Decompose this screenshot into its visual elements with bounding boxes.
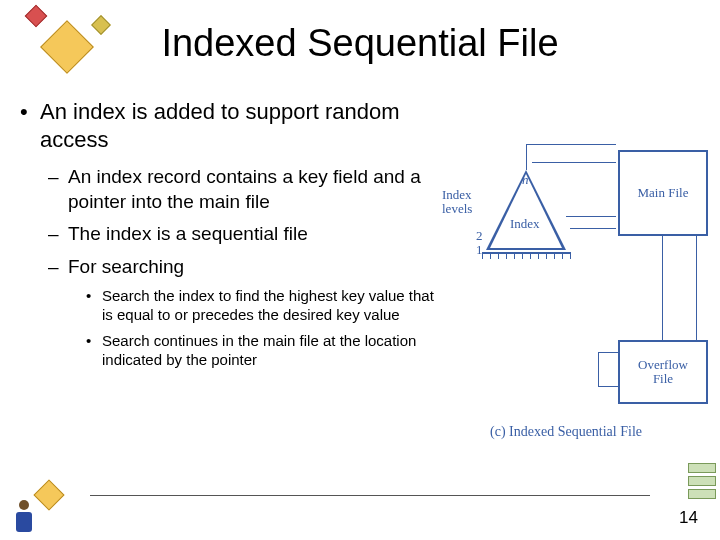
conn-top1 [532, 162, 616, 163]
bullet-l3a: Search the index to find the highest key… [68, 286, 438, 325]
bullet-content: An index is added to support random acce… [18, 98, 438, 380]
conn-top2 [526, 144, 616, 145]
bullet-l3b: Search continues in the main file at the… [68, 331, 438, 370]
slide-title: Indexed Sequential File [0, 22, 720, 65]
conn-ov-h2 [598, 352, 618, 353]
bullet-l1-text: An index is added to support random acce… [40, 99, 400, 152]
edge-blocks-icon [688, 463, 716, 502]
diagram-caption: (c) Indexed Sequential File [490, 424, 710, 440]
footer-art [8, 482, 86, 534]
index-n: n [522, 172, 529, 188]
overflow-file-box: Overflow File [618, 340, 708, 404]
conn-mo-v2 [696, 236, 697, 340]
conn-mid2 [566, 216, 616, 217]
conn-top2v [526, 144, 527, 170]
conn-mo-v [662, 236, 663, 340]
footer-person-icon [12, 500, 36, 534]
triangle-ticks [482, 252, 570, 260]
index-label: Index [510, 216, 540, 232]
conn-ov-v [598, 352, 599, 386]
diagram: Main File Overflow File Index n 2 1 Inde… [448, 130, 708, 450]
bullet-l1: An index is added to support random acce… [18, 98, 438, 370]
bullet-l2b: The index is a sequential file [40, 222, 438, 247]
page-number: 14 [679, 508, 698, 528]
bullet-l2c-text: For searching [68, 256, 184, 277]
conn-ov-h [598, 386, 618, 387]
index-levels-label: Index levels [442, 188, 472, 217]
conn-mid1 [570, 228, 616, 229]
index-1: 1 [476, 242, 483, 258]
main-file-box: Main File [618, 150, 708, 236]
bullet-l2a: An index record contains a key field and… [40, 165, 438, 214]
bullet-l2c: For searching Search the index to find t… [40, 255, 438, 370]
footer-rule [90, 495, 650, 496]
footer-cube-icon [33, 479, 64, 510]
